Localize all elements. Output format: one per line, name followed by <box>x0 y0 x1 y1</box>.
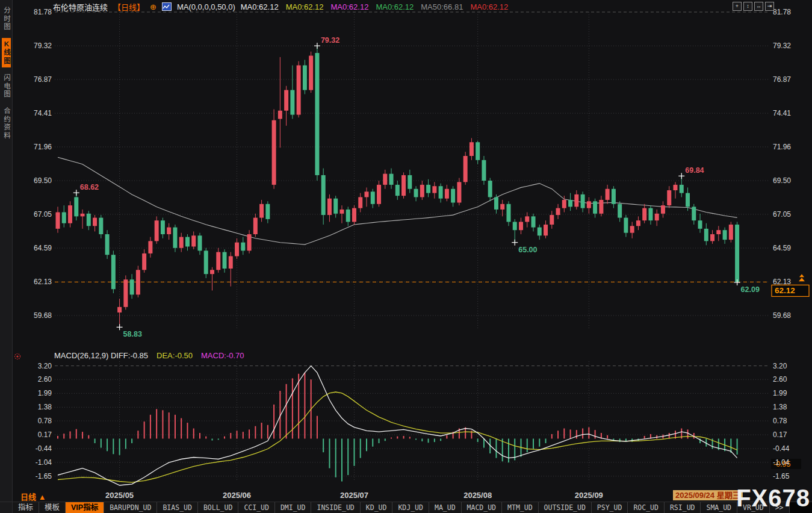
chart-type-sidebar: 分时图K线图闪电图合约资料 <box>0 0 13 513</box>
chart-layers: 62.12 <box>55 12 809 482</box>
tab-inside_ud[interactable]: INSIDE_UD <box>311 502 360 513</box>
svg-text:58.83: 58.83 <box>123 330 142 338</box>
svg-text:81.78: 81.78 <box>34 8 52 16</box>
svg-text:59.68: 59.68 <box>34 311 52 320</box>
svg-text:1.38: 1.38 <box>38 403 52 411</box>
tab-rsi_ud[interactable]: RSI_UD <box>665 502 701 513</box>
svg-text:2.60: 2.60 <box>773 375 787 384</box>
month-label-4: 2025/09 <box>568 491 610 500</box>
tab-vip[interactable]: VIP指标 <box>66 502 104 513</box>
tab-bias_ud[interactable]: BIAS_UD <box>157 502 197 513</box>
svg-text:64.59: 64.59 <box>773 244 791 252</box>
svg-text:71.96: 71.96 <box>34 143 52 151</box>
tab-cci_ud[interactable]: CCI_UD <box>238 502 275 513</box>
instrument-title: 布伦特原油连续 <box>53 1 108 13</box>
svg-text:65.00: 65.00 <box>518 246 537 254</box>
sidebar-item-2[interactable]: 闪电图 <box>2 72 11 101</box>
svg-text:62.12: 62.12 <box>775 286 795 295</box>
svg-text:-1.65: -1.65 <box>773 472 790 480</box>
svg-text:69.50: 69.50 <box>773 176 791 185</box>
svg-text:76.87: 76.87 <box>34 75 52 84</box>
price-legend-bar: 布伦特原油连续 【日线】 ⊕ MA(0,0,0,0,50,0) MA0:62.1… <box>53 2 508 11</box>
tab-kd_ud[interactable]: KD_UD <box>361 502 393 513</box>
svg-text:-1.04: -1.04 <box>36 458 52 467</box>
price-axis-labels: 81.7881.7879.3279.3276.8776.8774.4174.41… <box>34 8 791 320</box>
add-indicator-icon[interactable]: ⊕ <box>150 2 157 11</box>
sidebar-item-1[interactable]: K线图 <box>2 38 11 67</box>
fit-vertical-icon[interactable]: ↕ <box>743 2 752 11</box>
ma-value-2: MA0:62.12 <box>331 2 369 11</box>
fx678-watermark: FX678 <box>736 486 810 510</box>
month-label-0: 2025/05 <box>99 491 141 500</box>
period-axis-label[interactable]: 日线 ▲ <box>20 491 46 502</box>
tab-sma_ud[interactable]: SMA_UD <box>701 502 737 513</box>
tab-[interactable]: 模板 <box>39 502 66 513</box>
diff-line <box>58 366 737 485</box>
svg-text:59.68: 59.68 <box>773 311 791 320</box>
time-axis-row: 日线 ▲ 2025/052025/062025/072025/082025/09… <box>12 490 812 502</box>
sidebar-item-0[interactable]: 分时图 <box>2 4 11 34</box>
fit-horizontal-icon[interactable]: ↔ <box>754 2 763 11</box>
svg-text:1.38: 1.38 <box>773 403 787 411</box>
macd-formula-diff-label: MACD(26,12,9) DIFF:-0.85 <box>54 351 148 360</box>
svg-text:-1.04: -1.04 <box>773 458 790 467</box>
ma-value-0: MA0:62.12 <box>241 2 279 11</box>
ma-value-4: MA50:66.81 <box>421 2 463 11</box>
ma-value-5: MA0:62.12 <box>470 2 508 11</box>
macd-legend-bar: MACD(26,12,9) DIFF:-0.85 DEA:-0.50 MACD:… <box>54 351 244 360</box>
tabbar-corner <box>0 502 13 513</box>
svg-text:64.59: 64.59 <box>34 244 52 252</box>
month-label-3: 2025/08 <box>457 491 499 500</box>
macd-dea-label: DEA:-0.50 <box>157 351 193 360</box>
tab-roc_ud[interactable]: ROC_UD <box>628 502 665 513</box>
svg-text:-0.44: -0.44 <box>36 444 52 453</box>
svg-text:62.13: 62.13 <box>34 278 52 286</box>
layout-grid-icon[interactable]: + <box>733 2 742 11</box>
ma50-line <box>58 157 737 244</box>
svg-text:3.20: 3.20 <box>38 362 52 370</box>
svg-text:-0.44: -0.44 <box>773 444 790 453</box>
tab-outside_ud[interactable]: OUTSIDE_UD <box>539 502 592 513</box>
tab-mtm_ud[interactable]: MTM_UD <box>502 502 539 513</box>
tab-macd_ud[interactable]: MACD_UD <box>462 502 502 513</box>
tab-barupdn_ud[interactable]: BARUPDN_UD <box>104 502 157 513</box>
macd-macd-label: MACD:-0.70 <box>201 351 244 360</box>
scroll-to-end-icon[interactable]: ⇥ <box>765 2 774 11</box>
svg-text:67.05: 67.05 <box>34 210 52 219</box>
candlestick-macd-chart[interactable]: 62.1281.7881.7879.3279.3276.8776.8774.41… <box>0 0 812 513</box>
svg-text:79.32: 79.32 <box>321 36 339 45</box>
price-annotations: 68.6258.8379.3265.0069.8462.09 <box>73 36 760 338</box>
tab-psy_ud[interactable]: PSY_UD <box>592 502 628 513</box>
svg-text:1.99: 1.99 <box>38 389 52 397</box>
candles <box>56 46 740 327</box>
chart-type-icon[interactable] <box>162 2 172 11</box>
ma-values: MA0:62.12MA0:62.12MA0:62.12MA0:62.12MA50… <box>241 2 508 11</box>
sidebar-item-3[interactable]: 合约资料 <box>2 105 11 142</box>
svg-text:76.87: 76.87 <box>773 75 791 84</box>
svg-text:0.78: 0.78 <box>773 417 787 425</box>
trading-app-window: 62.1281.7881.7879.3279.3276.8776.8774.41… <box>0 0 812 513</box>
svg-text:0.17: 0.17 <box>38 431 52 439</box>
tab-[interactable]: 指标 <box>13 502 39 513</box>
svg-text:1.99: 1.99 <box>773 389 787 397</box>
svg-text:-1.65: -1.65 <box>36 472 52 480</box>
svg-text:0.78: 0.78 <box>38 417 52 425</box>
indicator-tab-bar: 指标模板VIP指标BARUPDN_UDBIAS_UDBOLL_UDCCI_UDD… <box>0 502 812 513</box>
svg-text:71.96: 71.96 <box>773 143 791 151</box>
ma-settings-label: MA(0,0,0,0,50,0) <box>177 2 235 11</box>
tab-kdj_ud[interactable]: KDJ_UD <box>392 502 429 513</box>
svg-text:0.17: 0.17 <box>773 431 787 439</box>
tab-ma_ud[interactable]: MA_UD <box>429 502 462 513</box>
svg-text:81.78: 81.78 <box>773 8 791 16</box>
ma-value-3: MA0:62.12 <box>376 2 414 11</box>
svg-text:79.32: 79.32 <box>34 42 52 50</box>
svg-text:62.13: 62.13 <box>773 278 791 286</box>
tab-dmi_ud[interactable]: DMI_UD <box>275 502 312 513</box>
svg-text:69.50: 69.50 <box>34 176 52 185</box>
tab-boll_ud[interactable]: BOLL_UD <box>198 502 238 513</box>
svg-text:79.32: 79.32 <box>773 42 791 50</box>
svg-text:69.84: 69.84 <box>685 166 704 175</box>
period-tag[interactable]: 【日线】 <box>113 1 144 13</box>
svg-text:67.05: 67.05 <box>773 210 791 219</box>
svg-text:2.60: 2.60 <box>38 375 52 384</box>
